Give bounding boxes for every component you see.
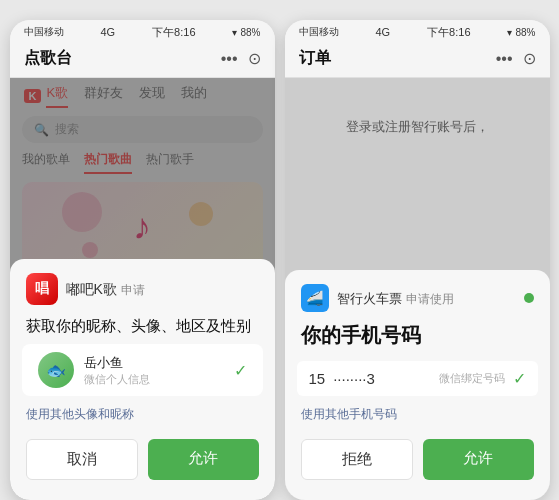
right-app-info: 智行火车票 申请使用 <box>337 289 454 308</box>
right-phone-number: ········3 <box>333 370 430 387</box>
right-status-bar: 中国移动 4G 下午8:16 ▾ 88% <box>285 20 550 42</box>
left-app-name: 嘟吧K歌 <box>66 281 117 297</box>
left-check-icon: ✓ <box>234 361 247 380</box>
left-app-info: 嘟吧K歌 申请 <box>66 280 146 299</box>
right-nav-bar: 订单 ••• ⊙ <box>285 42 550 78</box>
left-nav-title: 点歌台 <box>24 48 72 69</box>
left-status-right: ▾ 88% <box>232 27 260 38</box>
left-content: K K歌 群好友 发现 我的 🔍 搜索 我的歌单 热门歌曲 热门歌手 <box>10 78 275 500</box>
left-scan-icon[interactable]: ⊙ <box>248 49 261 68</box>
right-more-icon[interactable]: ••• <box>496 50 513 68</box>
left-user-row: 🐟 岳小鱼 微信个人信息 ✓ <box>22 344 263 396</box>
right-other-phone-link[interactable]: 使用其他手机号码 <box>285 396 550 427</box>
left-carrier: 中国移动 <box>24 25 64 39</box>
right-status-right: ▾ 88% <box>507 27 535 38</box>
left-dialog-buttons: 取消 允许 <box>10 427 275 480</box>
right-app-name: 智行火车票 <box>337 291 402 306</box>
right-battery: 88% <box>515 27 535 38</box>
right-time: 下午8:16 <box>427 25 470 40</box>
left-status-bar: 中国移动 4G 下午8:16 ▾ 88% <box>10 20 275 42</box>
right-wechat-verify: 微信绑定号码 <box>439 371 505 386</box>
right-phone: 中国移动 4G 下午8:16 ▾ 88% 订单 ••• ⊙ 登录或注册智行账号后… <box>285 20 550 500</box>
right-phone-input-row[interactable]: 15 ········3 微信绑定号码 ✓ <box>297 361 538 396</box>
left-nav-bar: 点歌台 ••• ⊙ <box>10 42 275 78</box>
left-dialog-app-row: 唱 嘟吧K歌 申请 <box>10 259 275 313</box>
right-nav-title: 订单 <box>299 48 331 69</box>
left-other-link[interactable]: 使用其他头像和昵称 <box>10 396 275 427</box>
left-avatar: 🐟 <box>38 352 74 388</box>
left-network: 4G <box>100 26 115 38</box>
right-dialog-buttons: 拒绝 允许 <box>285 427 550 480</box>
left-app-icon: 唱 <box>26 273 58 305</box>
right-phone-prefix: 15 <box>309 370 326 387</box>
right-permission-dialog: 🚄 智行火车票 申请使用 你的手机号码 15 ········3 微信绑定号码 … <box>285 270 550 500</box>
right-dialog-header: 🚄 智行火车票 申请使用 <box>285 270 550 318</box>
right-scan-icon[interactable]: ⊙ <box>523 49 536 68</box>
right-network: 4G <box>375 26 390 38</box>
left-user-sub: 微信个人信息 <box>84 372 150 387</box>
left-allow-button[interactable]: 允许 <box>148 439 259 480</box>
left-permission-dialog: 唱 嘟吧K歌 申请 获取你的昵称、头像、地区及性别 🐟 岳小鱼 微信个人信息 <box>10 259 275 500</box>
right-content: 登录或注册智行账号后， 🚄 智行火车票 申请使用 你的手机号码 15 <box>285 78 550 500</box>
left-apply-text: 申请 <box>121 283 145 297</box>
left-user-info: 岳小鱼 微信个人信息 <box>84 354 150 387</box>
right-dialog-title: 你的手机号码 <box>285 318 550 361</box>
left-phone: 中国移动 4G 下午8:16 ▾ 88% 点歌台 ••• ⊙ <box>10 20 275 500</box>
left-battery: 88% <box>240 27 260 38</box>
right-apply-text: 申请使用 <box>406 292 454 306</box>
left-time: 下午8:16 <box>152 25 195 40</box>
left-nav-icons: ••• ⊙ <box>221 49 261 68</box>
right-allow-button[interactable]: 允许 <box>423 439 534 480</box>
right-placeholder-text: 登录或注册智行账号后， <box>285 78 550 176</box>
right-wifi-icon: ▾ <box>507 27 512 38</box>
right-deny-button[interactable]: 拒绝 <box>301 439 414 480</box>
left-more-icon[interactable]: ••• <box>221 50 238 68</box>
left-permission-title: 获取你的昵称、头像、地区及性别 <box>10 313 275 344</box>
right-nav-icons: ••• ⊙ <box>496 49 536 68</box>
left-user-name: 岳小鱼 <box>84 354 150 372</box>
right-carrier: 中国移动 <box>299 25 339 39</box>
right-check-icon: ✓ <box>513 369 526 388</box>
left-wifi-icon: ▾ <box>232 27 237 38</box>
left-cancel-button[interactable]: 取消 <box>26 439 139 480</box>
right-train-icon: 🚄 <box>301 284 329 312</box>
right-green-dot <box>524 293 534 303</box>
